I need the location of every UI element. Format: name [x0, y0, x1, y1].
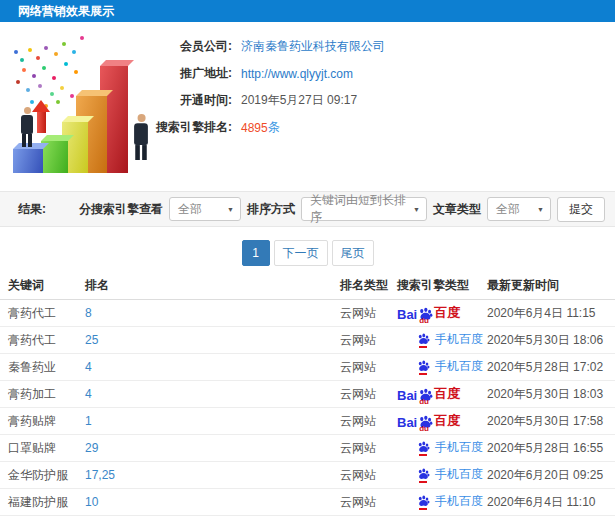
info-value[interactable]: http://www.qlyyjt.com [241, 67, 353, 81]
header-engine-type: 搜索引擎类型 [397, 277, 487, 294]
info-row: 搜索引擎排名: 4895 条 [150, 114, 609, 141]
keyword-cell: 金华防护服 [8, 467, 85, 484]
rank-cell: 4 [85, 387, 340, 401]
article-type-value: 全部 [496, 201, 520, 218]
info-value[interactable]: 济南秦鲁药业科技有限公司 [241, 38, 385, 55]
info-value-suffix: 条 [268, 119, 280, 136]
rank-type-cell: 云网站 [340, 332, 397, 349]
rank-link[interactable]: 1 [85, 414, 92, 428]
engine-filter-value: 全部 [178, 201, 202, 218]
engine-cell: Bai du 百度 手机百度 [397, 304, 487, 322]
rank-type-cell: 云网站 [340, 467, 397, 484]
table-row: 膏药加工 4 云网站 Bai du 百度 手机百度 2020年5月30日 18:… [0, 381, 615, 408]
chevron-down-icon: ▼ [221, 206, 234, 213]
rank-link[interactable]: 4 [85, 360, 92, 374]
table-row: 秦鲁药业 4 云网站 Bai du 百度 手机百度 2020年5月28日 17:… [0, 354, 615, 381]
table-row: 福建防护服 10 云网站 Bai du 百度 手机百度 2020年6月4日 11… [0, 489, 615, 516]
page-1-button[interactable]: 1 [242, 240, 270, 266]
baidu-cn-text: 百度 [434, 412, 460, 430]
rank-cell: 4 [85, 360, 340, 374]
baidu-du-text: du [419, 424, 429, 433]
mobile-baidu-logo: 手机百度 [417, 358, 483, 375]
baidu-paw-icon [417, 495, 430, 508]
info-value: 4895 [241, 121, 268, 135]
updated-time-cell: 2020年5月30日 18:06 [487, 332, 615, 349]
engine-cell: Bai du 百度 手机百度 [397, 466, 487, 484]
table-row: 金华防护服 17,25 云网站 Bai du 百度 手机百度 2020年6月20… [0, 462, 615, 489]
rank-link[interactable]: 29 [85, 441, 98, 455]
businessman-left-icon [19, 107, 35, 147]
last-page-button[interactable]: 尾页 [332, 240, 374, 266]
baidu-paw-icon: du [418, 307, 433, 322]
engine-cell: Bai du 百度 手机百度 [397, 358, 487, 376]
baidu-logo: Bai du 百度 [397, 304, 460, 322]
updated-time-cell: 2020年6月4日 11:15 [487, 305, 615, 322]
engine-filter-label: 分搜索引擎查看 [79, 201, 163, 218]
rank-cell: 29 [85, 441, 340, 455]
page-header: 网络营销效果展示 [0, 0, 615, 22]
article-type-label: 文章类型 [433, 201, 481, 218]
results-table: 关键词 排名 排名类型 搜索引擎类型 最新更新时间 膏药代工 8 云网站 Bai… [0, 271, 615, 516]
mobile-baidu-text: 手机百度 [435, 439, 483, 456]
page: 网络营销效果展示 会员公司: 济南秦鲁药业科技有限公司 推广地址: http:/… [0, 0, 615, 520]
sort-label: 排序方式 [247, 201, 295, 218]
header-rank: 排名 [85, 277, 340, 294]
filter-controls: 分搜索引擎查看 全部 ▼ 排序方式 关键词由短到长排序 ▼ 文章类型 全部 ▼ … [79, 197, 605, 222]
info-row: 开通时间: 2019年5月27日 09:17 [150, 87, 609, 114]
rank-cell: 1 [85, 414, 340, 428]
baidu-du-text: du [419, 316, 429, 325]
businessman-right-icon [132, 114, 150, 160]
rank-link[interactable]: 10 [85, 495, 98, 509]
table-row: 膏药代工 8 云网站 Bai du 百度 手机百度 2020年6月4日 11:1… [0, 300, 615, 327]
baidu-paw-icon: du [418, 415, 433, 430]
baidu-logo: Bai du 百度 [397, 385, 460, 403]
info-label: 开通时间: [150, 92, 232, 109]
rank-link[interactable]: 8 [85, 306, 92, 320]
member-info: 会员公司: 济南秦鲁药业科技有限公司 推广地址: http://www.qlyy… [150, 33, 609, 141]
rank-type-cell: 云网站 [340, 359, 397, 376]
engine-cell: Bai du 百度 手机百度 [397, 331, 487, 349]
baidu-du-text: du [419, 397, 429, 406]
info-row: 推广地址: http://www.qlyyjt.com [150, 60, 609, 87]
table-row: 膏药贴牌 1 云网站 Bai du 百度 手机百度 2020年5月30日 17:… [0, 408, 615, 435]
header-keyword: 关键词 [8, 277, 85, 294]
sort-select[interactable]: 关键词由短到长排序 ▼ [301, 197, 427, 221]
mobile-baidu-logo: 手机百度 [417, 331, 483, 348]
updated-time-cell: 2020年5月30日 17:58 [487, 413, 615, 430]
rank-type-cell: 云网站 [340, 305, 397, 322]
mobile-baidu-logo: 手机百度 [417, 493, 483, 510]
updated-time-cell: 2020年5月30日 18:03 [487, 386, 615, 403]
info-value: 2019年5月27日 09:17 [241, 92, 357, 109]
article-type-select[interactable]: 全部 ▼ [487, 197, 551, 221]
rank-cell: 8 [85, 306, 340, 320]
submit-button[interactable]: 提交 [557, 197, 605, 222]
next-page-button[interactable]: 下一页 [274, 240, 328, 266]
page-title: 网络营销效果展示 [18, 4, 114, 18]
updated-time-cell: 2020年6月20日 09:25 [487, 467, 615, 484]
chevron-down-icon: ▼ [407, 206, 420, 213]
baidu-paw-icon [417, 441, 430, 454]
info-label: 会员公司: [150, 38, 232, 55]
header-updated: 最新更新时间 [487, 277, 615, 294]
rank-type-cell: 云网站 [340, 494, 397, 511]
rank-type-cell: 云网站 [340, 440, 397, 457]
rank-link[interactable]: 25 [85, 333, 98, 347]
baidu-paw-icon [417, 333, 430, 346]
keyword-cell: 福建防护服 [8, 494, 85, 511]
engine-filter-select[interactable]: 全部 ▼ [169, 197, 241, 221]
engine-cell: Bai du 百度 手机百度 [397, 439, 487, 457]
baidu-cn-text: 百度 [434, 385, 460, 403]
baidu-bai-text: Bai [397, 307, 417, 322]
result-label: 结果: [18, 201, 46, 218]
bar-blue [13, 149, 43, 173]
rank-link[interactable]: 4 [85, 387, 92, 401]
baidu-bai-text: Bai [397, 415, 417, 430]
info-label: 搜索引擎排名: [150, 119, 232, 136]
mobile-baidu-logo: 手机百度 [417, 439, 483, 456]
updated-time-cell: 2020年6月4日 11:10 [487, 494, 615, 511]
info-label: 推广地址: [150, 65, 232, 82]
updated-time-cell: 2020年5月28日 16:55 [487, 440, 615, 457]
confetti-dots-icon [80, 36, 84, 40]
baidu-paw-icon [417, 468, 430, 481]
rank-link[interactable]: 17,25 [85, 468, 115, 482]
